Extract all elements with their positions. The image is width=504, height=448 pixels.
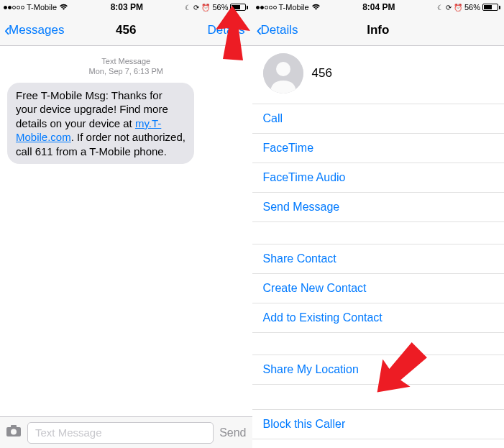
nav-bar: ‹ Details Info	[252, 14, 505, 46]
message-thread[interactable]: Text Message Mon, Sep 7, 6:13 PM Free T-…	[0, 46, 252, 416]
info-screen: T-Mobile 8:04 PM ☾ ⟳ ⏰ 56% ‹ Details Inf…	[252, 0, 505, 448]
battery-pct: 56%	[464, 3, 480, 12]
action-list-4: Block this Caller	[252, 409, 505, 439]
details-button[interactable]: Details	[208, 23, 245, 37]
signal-icon	[256, 6, 277, 9]
message-bubble[interactable]: Free T-Mobile Msg: Thanks for your devic…	[7, 83, 194, 165]
avatar[interactable]	[263, 53, 303, 93]
battery-icon	[482, 4, 500, 11]
action-list-1: Call FaceTime FaceTime Audio Send Messag…	[252, 104, 505, 222]
camera-icon[interactable]	[6, 424, 22, 441]
status-bar: T-Mobile 8:03 PM ☾ ⟳ ⏰ 56%	[0, 0, 252, 14]
row-facetime-audio[interactable]: FaceTime Audio	[252, 163, 505, 193]
row-send-message[interactable]: Send Message	[252, 193, 505, 222]
contact-header: 456	[252, 46, 505, 104]
composer-bar: Text Message Send	[0, 416, 252, 448]
message-timestamp: Text Message Mon, Sep 7, 6:13 PM	[0, 56, 252, 77]
carrier-label: T-Mobile	[279, 3, 309, 12]
row-share-contact[interactable]: Share Contact	[252, 244, 505, 274]
dnd-icon: ☾	[185, 4, 191, 12]
row-call[interactable]: Call	[252, 104, 505, 134]
wifi-icon	[59, 4, 68, 11]
svg-rect-1	[11, 425, 17, 429]
row-block-caller[interactable]: Block this Caller	[252, 409, 505, 439]
dnd-icon: ☾	[437, 4, 444, 12]
wifi-icon	[311, 4, 321, 11]
status-bar: T-Mobile 8:04 PM ☾ ⟳ ⏰ 56%	[252, 0, 505, 14]
alarm-icon: ⏰	[201, 4, 210, 12]
svg-point-4	[276, 62, 290, 76]
clock: 8:03 PM	[111, 2, 143, 12]
page-title: Info	[252, 23, 505, 37]
action-list-3: Share My Location	[252, 355, 505, 385]
action-list-2: Share Contact Create New Contact Add to …	[252, 244, 505, 333]
svg-point-2	[11, 429, 17, 435]
alarm-icon: ⏰	[454, 4, 462, 12]
send-button[interactable]: Send	[219, 426, 246, 439]
messages-screen: T-Mobile 8:03 PM ☾ ⟳ ⏰ 56% ‹ Messages 45…	[0, 0, 252, 448]
signal-icon	[4, 6, 24, 9]
contact-name: 456	[312, 66, 332, 81]
row-add-existing[interactable]: Add to Existing Contact	[252, 303, 505, 333]
lock-icon: ⟳	[446, 4, 452, 12]
carrier-label: T-Mobile	[27, 3, 57, 12]
row-share-location[interactable]: Share My Location	[252, 355, 505, 385]
clock: 8:04 PM	[362, 2, 395, 12]
battery-pct: 56%	[212, 3, 228, 12]
nav-bar: ‹ Messages 456 Details	[0, 14, 252, 46]
row-facetime[interactable]: FaceTime	[252, 134, 505, 163]
message-input[interactable]: Text Message	[27, 422, 214, 444]
lock-icon: ⟳	[193, 4, 199, 12]
row-create-contact[interactable]: Create New Contact	[252, 274, 505, 303]
battery-icon	[230, 4, 248, 11]
